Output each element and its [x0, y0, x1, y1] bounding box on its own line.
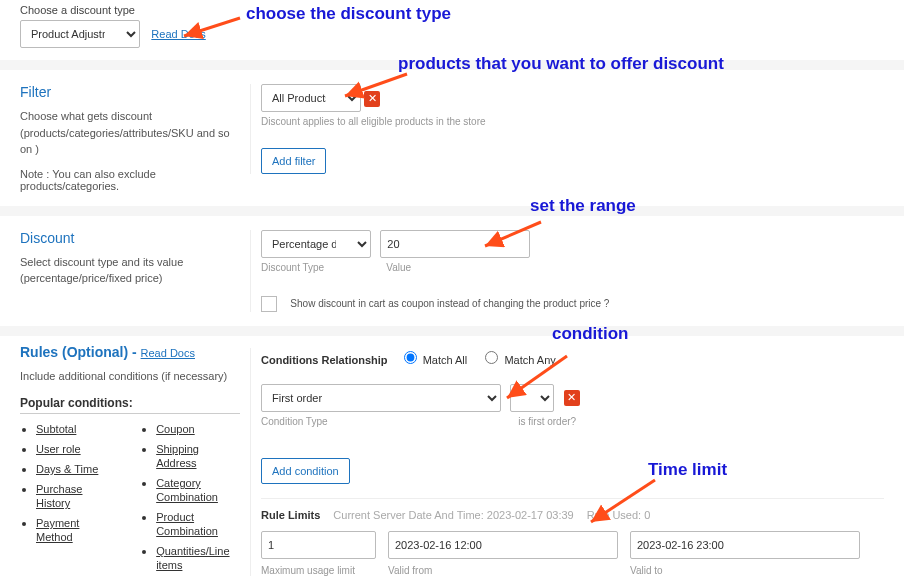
rule-limits-label: Rule Limits: [261, 509, 320, 521]
server-time-label: Current Server Date And Time:: [333, 509, 483, 521]
valid-from-label: Valid from: [388, 565, 618, 576]
rule-limits-servertime: Current Server Date And Time: 2023-02-17…: [333, 509, 576, 521]
condition-type-select[interactable]: First order: [261, 384, 501, 412]
panel-discount: set the range Discount Select discount t…: [0, 216, 904, 326]
panel-filter: products that you want to offer discount…: [0, 70, 904, 206]
discount-value-input[interactable]: [380, 230, 530, 258]
condition-type-label: Condition Type: [261, 416, 505, 427]
valid-to-label: Valid to: [630, 565, 860, 576]
filter-title: Filter: [20, 84, 240, 100]
popular-conditions-columns: Subtotal User role Days & Time Purchase …: [20, 422, 240, 578]
discount-type-select[interactable]: Product Adjustment: [20, 20, 140, 48]
cond-link[interactable]: Coupon: [156, 423, 195, 435]
list-item: Purchase History: [36, 482, 100, 510]
cond-link[interactable]: Shipping Address: [156, 443, 199, 469]
rule-limits-row: Rule Limits Current Server Date And Time…: [261, 509, 884, 521]
max-usage-input[interactable]: [261, 531, 376, 559]
match-all-option[interactable]: Match All: [399, 354, 468, 366]
match-any-radio[interactable]: [485, 351, 498, 364]
conditions-relationship-row: Conditions Relationship Match All Match …: [261, 348, 884, 366]
list-item: Coupon: [156, 422, 240, 436]
popular-conditions-heading: Popular conditions:: [20, 396, 240, 414]
rules-include-text: Include additional conditions (if necess…: [20, 368, 240, 385]
valid-from-input[interactable]: [388, 531, 618, 559]
limits-grid: Maximum usage limit Valid from Valid to: [261, 531, 884, 576]
conditions-relationship-label: Conditions Relationship: [261, 354, 388, 366]
panel-rules: condition Time limit Rules (Optional) - …: [0, 336, 904, 581]
read-docs-link[interactable]: Read Docs: [151, 28, 205, 40]
filter-left-col: Filter Choose what gets discount (produc…: [20, 78, 240, 192]
rule-used-value: 0: [644, 509, 650, 521]
rules-title-prefix: Rules (Optional) -: [20, 344, 137, 360]
filter-applies-text: Discount applies to all eligible product…: [261, 116, 486, 127]
list-item: Subtotal: [36, 422, 100, 436]
filter-help-line2: (products/categories/attributes/SKU and …: [20, 127, 230, 156]
cond-link[interactable]: Days & Time: [36, 463, 98, 475]
rule-used-label: Rule Used:: [587, 509, 641, 521]
filter-remove-button[interactable]: ✕: [364, 91, 380, 107]
discount-right-col: Percentage discount Discount Type Value …: [250, 230, 884, 312]
match-all-label: Match All: [423, 354, 468, 366]
filter-help-line1: Choose what gets discount: [20, 110, 152, 122]
filter-help: Choose what gets discount (products/cate…: [20, 108, 240, 158]
match-any-label: Match Any: [504, 354, 555, 366]
condition-yesno-select[interactable]: Yes: [510, 384, 554, 412]
list-item: Product Combination: [156, 510, 240, 538]
popular-conditions-col2: Coupon Shipping Address Category Combina…: [140, 422, 240, 578]
filter-note: Note : You can also exclude products/cat…: [20, 168, 240, 192]
panel-choose-discount: Choose a discount type Product Adjustmen…: [0, 0, 904, 60]
filter-right-col: All Products ✕ Discount applies to all e…: [250, 84, 884, 174]
condition-remove-button[interactable]: ✕: [564, 390, 580, 406]
list-item: Days & Time: [36, 462, 100, 476]
rules-left-col: Rules (Optional) - Read Docs Include add…: [20, 344, 240, 579]
discount-help-line2: (percentage/price/fixed price): [20, 272, 162, 284]
discount-type-select-inner[interactable]: Percentage discount: [261, 230, 371, 258]
match-any-option[interactable]: Match Any: [480, 354, 555, 366]
list-item: Shipping Address: [156, 442, 240, 470]
discount-value-label: Value: [386, 262, 411, 273]
discount-type-label: Discount Type: [261, 262, 373, 273]
server-time-value: 2023-02-17 03:39: [487, 509, 574, 521]
list-item: Category Combination: [156, 476, 240, 504]
cond-link[interactable]: Payment Method: [36, 517, 79, 543]
cond-link[interactable]: Subtotal: [36, 423, 76, 435]
match-all-radio[interactable]: [404, 351, 417, 364]
list-item: Payment Method: [36, 516, 100, 544]
popular-conditions-col1: Subtotal User role Days & Time Purchase …: [20, 422, 100, 578]
max-usage-label: Maximum usage limit: [261, 565, 376, 576]
discount-left-col: Discount Select discount type and its va…: [20, 224, 240, 287]
list-item: Quantities/Line items: [156, 544, 240, 572]
discount-title: Discount: [20, 230, 240, 246]
list-item: User role: [36, 442, 100, 456]
add-filter-button[interactable]: Add filter: [261, 148, 326, 174]
rules-right-col: Conditions Relationship Match All Match …: [250, 348, 884, 576]
discount-help-line1: Select discount type and its value: [20, 256, 183, 268]
choose-discount-label: Choose a discount type: [20, 4, 884, 16]
discount-help: Select discount type and its value (perc…: [20, 254, 240, 287]
rules-read-docs-link[interactable]: Read Docs: [141, 347, 195, 359]
cond-link[interactable]: Product Combination: [156, 511, 218, 537]
condition-bool-label: is first order?: [518, 416, 576, 427]
rules-divider: [261, 498, 884, 499]
filter-select[interactable]: All Products: [261, 84, 361, 112]
cond-link[interactable]: Purchase History: [36, 483, 82, 509]
add-condition-button[interactable]: Add condition: [261, 458, 350, 484]
show-discount-in-cart-label: Show discount in cart as coupon instead …: [290, 298, 609, 309]
annotation-condition: condition: [552, 324, 628, 344]
cond-link[interactable]: User role: [36, 443, 81, 455]
show-discount-in-cart-checkbox[interactable]: [261, 296, 277, 312]
valid-to-input[interactable]: [630, 531, 860, 559]
cond-link[interactable]: Category Combination: [156, 477, 218, 503]
cond-link[interactable]: Quantities/Line items: [156, 545, 229, 571]
rule-limits-used: Rule Used: 0: [587, 509, 651, 521]
rules-title: Rules (Optional) - Read Docs: [20, 344, 240, 360]
